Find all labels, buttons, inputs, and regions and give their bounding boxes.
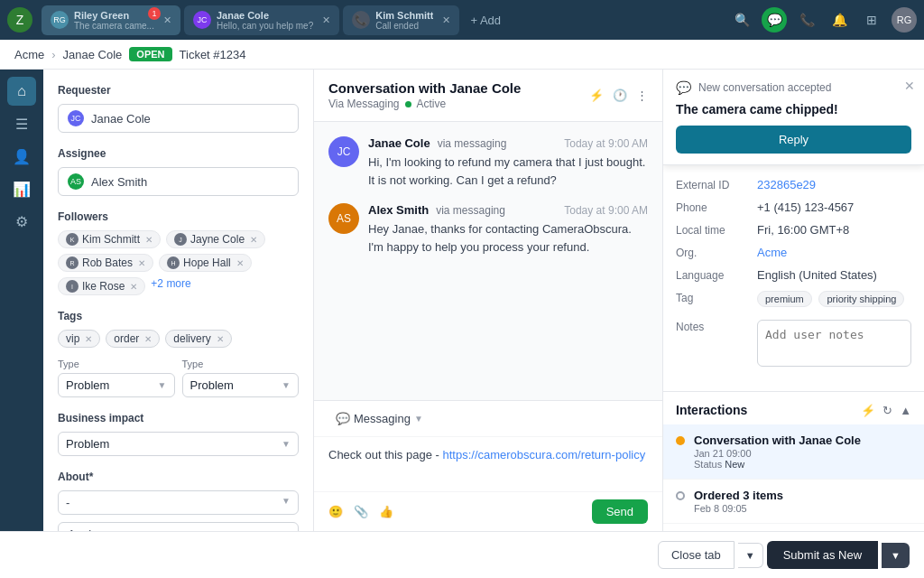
tab-close-riley[interactable]: ✕: [163, 14, 171, 26]
submit-arrow-button[interactable]: ▼: [882, 543, 910, 568]
interaction-status-conv: Status New: [694, 459, 911, 470]
type-select-1[interactable]: Problem ▼: [58, 373, 175, 397]
external-id-value[interactable]: 232865e29: [757, 178, 911, 191]
about-label: About*: [58, 471, 299, 483]
app-logo[interactable]: Z: [7, 7, 32, 33]
nav-settings[interactable]: ⚙: [7, 207, 36, 236]
grid-icon[interactable]: ⊞: [859, 7, 884, 33]
tab-riley-green[interactable]: RG Riley Green The camera came... 1 ✕: [42, 5, 180, 35]
org-value[interactable]: Acme: [757, 246, 911, 259]
emoji-icon[interactable]: 🙂: [328, 505, 343, 518]
follower-name-kim: Kim Schmitt: [82, 233, 140, 246]
reply-input-area[interactable]: Check out this page - https://camerobscu…: [314, 437, 662, 491]
notification-reply-button[interactable]: Reply: [676, 126, 911, 154]
tab-kim-schmitt[interactable]: 📞 Kim Schmitt Call ended ✕: [343, 5, 459, 35]
breadcrumb-ticket[interactable]: Ticket #1234: [180, 48, 246, 61]
bell-icon[interactable]: 🔔: [827, 7, 852, 33]
notif-chat-icon: 💬: [676, 80, 691, 95]
interaction-ordered[interactable]: Ordered 3 items Feb 8 09:05: [663, 480, 924, 524]
followers-grid: K Kim Schmitt ✕ J Jayne Cole ✕ R Rob Bat…: [58, 230, 299, 295]
status-badge: OPEN: [129, 47, 171, 61]
type-select-2[interactable]: Problem ▼: [182, 373, 300, 397]
submit-as-new-button[interactable]: Submit as New: [767, 541, 878, 569]
user-avatar[interactable]: RG: [892, 7, 917, 33]
about-field[interactable]: - ▼: [58, 490, 299, 515]
chat-icon[interactable]: 💬: [762, 7, 787, 33]
conversation-panel: Conversation with Janae Cole Via Messagi…: [314, 70, 662, 531]
remove-follower-kim[interactable]: ✕: [145, 235, 152, 245]
tab-close-janae[interactable]: ✕: [322, 14, 330, 26]
remove-follower-rob[interactable]: ✕: [138, 258, 145, 268]
nav-home[interactable]: ⌂: [7, 77, 36, 106]
notes-input[interactable]: [757, 320, 911, 367]
history-icon[interactable]: 🕐: [613, 89, 627, 102]
close-tab-arrow-button[interactable]: ▼: [738, 543, 763, 568]
phone-icon[interactable]: 📞: [794, 7, 819, 33]
assignee-name: Alex Smith: [91, 175, 147, 189]
tab-janae-cole[interactable]: JC Janae Cole Hello, can you help me? ✕: [184, 5, 339, 35]
breadcrumb: Acme › Janae Cole OPEN Ticket #1234: [0, 40, 924, 70]
nav-reports[interactable]: 📊: [7, 174, 36, 203]
interaction-dot-conv: [676, 436, 685, 445]
macro-dropdown[interactable]: Apply macro ▼: [58, 522, 299, 531]
active-dot: [405, 101, 411, 107]
active-status: Active: [417, 98, 447, 110]
interactions-filter-icon[interactable]: ⚡: [861, 404, 875, 417]
tag-order: order ✕: [106, 330, 160, 348]
tab-title-kim: Kim Schmitt: [375, 10, 433, 21]
breadcrumb-sep1: ›: [51, 48, 55, 61]
send-button[interactable]: Send: [592, 499, 648, 524]
remove-tag-vip[interactable]: ✕: [85, 334, 92, 344]
interaction-conversation[interactable]: Conversation with Janae Cole Jan 21 09:0…: [663, 424, 924, 480]
nav-users[interactable]: 👤: [7, 142, 36, 171]
phone-value: +1 (415) 123-4567: [757, 200, 911, 214]
thumbs-up-icon[interactable]: 👍: [379, 505, 393, 518]
messaging-channel-button[interactable]: 💬 Messaging ▼: [328, 408, 430, 429]
business-impact-field[interactable]: Problem ▼: [58, 432, 299, 456]
follower-ike: I Ike Rose ✕: [58, 277, 145, 295]
external-id-row: External ID 232865e29: [676, 178, 911, 191]
requester-field[interactable]: JC Janae Cole: [58, 104, 299, 133]
conversation-header: Conversation with Janae Cole Via Messagi…: [314, 70, 662, 122]
nav-tickets[interactable]: ☰: [7, 109, 36, 138]
follower-hope: H Hope Hall ✕: [159, 254, 252, 272]
interaction-date-conv: Jan 21 09:00: [694, 448, 911, 459]
search-icon[interactable]: 🔍: [729, 7, 754, 33]
tag-values: premium priority shipping: [757, 291, 911, 311]
requester-name: Janae Cole: [91, 112, 151, 126]
filter-icon[interactable]: ⚡: [589, 89, 604, 102]
remove-follower-jayne[interactable]: ✕: [250, 235, 257, 245]
add-tab-button[interactable]: + Add: [463, 9, 508, 32]
notification-close-button[interactable]: ✕: [904, 79, 915, 93]
assignee-field[interactable]: AS Alex Smith: [58, 167, 299, 196]
topbar-actions: 🔍 💬 📞 🔔 ⊞ RG: [729, 7, 917, 33]
notif-text: New conversation accepted: [698, 81, 831, 94]
msg-body-janae: Hi, I'm looking to refund my camera that…: [368, 154, 648, 189]
tab-close-kim[interactable]: ✕: [442, 14, 450, 26]
more-options-icon[interactable]: ⋮: [636, 89, 648, 102]
language-value: English (United States): [757, 268, 911, 282]
interactions-refresh-icon[interactable]: ↻: [882, 404, 892, 417]
reply-link[interactable]: https://camerobscura.com/return-policy: [442, 448, 645, 461]
local-time-value: Fri, 16:00 GMT+8: [757, 223, 911, 237]
type-value-2: Problem: [190, 378, 234, 392]
more-followers[interactable]: +2 more: [151, 277, 190, 295]
interactions-actions: ⚡ ↻ ▲: [861, 404, 911, 417]
breadcrumb-acme[interactable]: Acme: [14, 48, 44, 61]
interactions-collapse-icon[interactable]: ▲: [900, 404, 911, 417]
interaction-email[interactable]: Change email address Jan 21 09:43: [663, 524, 924, 531]
attachment-icon[interactable]: 📎: [354, 505, 368, 518]
remove-tag-order[interactable]: ✕: [144, 334, 152, 344]
remove-follower-ike[interactable]: ✕: [130, 282, 137, 292]
tag-label: Tag: [676, 291, 757, 304]
tag-premium: premium: [757, 291, 812, 307]
language-row: Language English (United States): [676, 268, 911, 282]
msg-via-janae: via messaging: [438, 137, 507, 150]
breadcrumb-janae[interactable]: Janae Cole: [63, 48, 123, 61]
msg-content-alex: Alex Smith via messaging Today at 9:00 A…: [368, 203, 648, 256]
close-tab-button[interactable]: Close tab: [658, 541, 735, 569]
local-time-label: Local time: [676, 223, 757, 237]
remove-follower-hope[interactable]: ✕: [236, 258, 244, 268]
remove-tag-delivery[interactable]: ✕: [217, 334, 224, 344]
phone-row: Phone +1 (415) 123-4567: [676, 200, 911, 214]
